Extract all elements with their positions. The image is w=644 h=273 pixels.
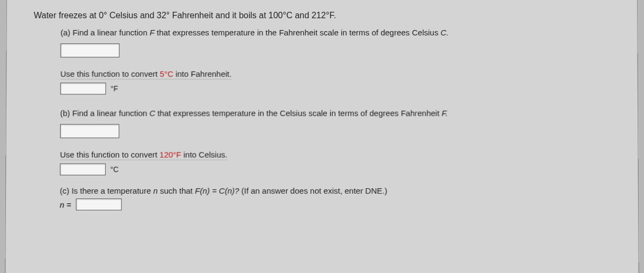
problem-intro: Water freezes at 0° Celsius and 32° Fahr… bbox=[34, 11, 616, 20]
part-a-value: 5°C bbox=[160, 69, 173, 78]
part-b: (b) Find a linear function C that expres… bbox=[60, 108, 617, 175]
part-b-rest: that expresses temperature in the Celsiu… bbox=[155, 108, 442, 117]
part-a-sub2: into Fahrenheit. bbox=[173, 69, 232, 78]
part-b-convert-block: Use this function to convert 120°F into … bbox=[60, 150, 617, 164]
part-b-convert-row: °C bbox=[60, 164, 617, 175]
part-c-rest: such that bbox=[158, 186, 195, 195]
n-equals-label: n = bbox=[60, 200, 71, 209]
worksheet-page: Water freezes at 0° Celsius and 32° Fahr… bbox=[5, 0, 639, 273]
part-b-prompt: (b) Find a linear function C that expres… bbox=[60, 108, 616, 117]
part-a-label: (a) Find a linear function bbox=[61, 28, 150, 37]
part-c-hint: (If an answer does not exist, enter DNE.… bbox=[239, 186, 387, 195]
part-a-convert-prompt: Use this function to convert 5°C into Fa… bbox=[60, 69, 231, 79]
part-b-answer-input[interactable] bbox=[60, 124, 119, 138]
part-b-answer-row bbox=[60, 124, 616, 138]
part-a-unit: °F bbox=[111, 84, 118, 93]
part-a-sub1: Use this function to convert bbox=[60, 69, 159, 78]
part-b-sub2: into Celsius. bbox=[181, 150, 228, 159]
var-c2: C bbox=[149, 108, 155, 117]
part-c-prompt: (c) Is there a temperature n such that F… bbox=[60, 186, 616, 195]
part-b-unit: °C bbox=[110, 165, 119, 174]
part-c-eq: F(n) = C(n)? bbox=[195, 186, 239, 195]
var-f: F bbox=[150, 28, 155, 37]
var-c: C. bbox=[441, 28, 449, 37]
part-a-convert-block: Use this function to convert 5°C into Fa… bbox=[60, 69, 616, 83]
part-b-convert-input[interactable] bbox=[60, 164, 106, 175]
part-c-label: (c) Is there a temperature bbox=[60, 186, 153, 195]
part-b-label: (b) Find a linear function bbox=[60, 108, 149, 117]
part-c-answer-input[interactable] bbox=[76, 198, 121, 210]
part-b-sub1: Use this function to convert bbox=[60, 150, 160, 159]
part-a-convert-input[interactable] bbox=[60, 83, 106, 94]
part-a-convert-row: °F bbox=[60, 83, 616, 94]
part-a: (a) Find a linear function F that expres… bbox=[60, 28, 616, 94]
part-a-rest: that expresses temperature in the Fahren… bbox=[155, 28, 441, 37]
part-a-prompt: (a) Find a linear function F that expres… bbox=[61, 28, 616, 37]
part-a-answer-input[interactable] bbox=[61, 43, 120, 57]
var-n: n bbox=[153, 186, 157, 195]
part-a-answer-row bbox=[61, 43, 616, 57]
var-f2: F. bbox=[442, 108, 448, 117]
part-b-convert-prompt: Use this function to convert 120°F into … bbox=[60, 150, 228, 160]
part-c-answer-row: n = bbox=[60, 198, 617, 210]
part-c: (c) Is there a temperature n such that F… bbox=[60, 186, 617, 210]
part-b-value: 120°F bbox=[159, 150, 181, 159]
